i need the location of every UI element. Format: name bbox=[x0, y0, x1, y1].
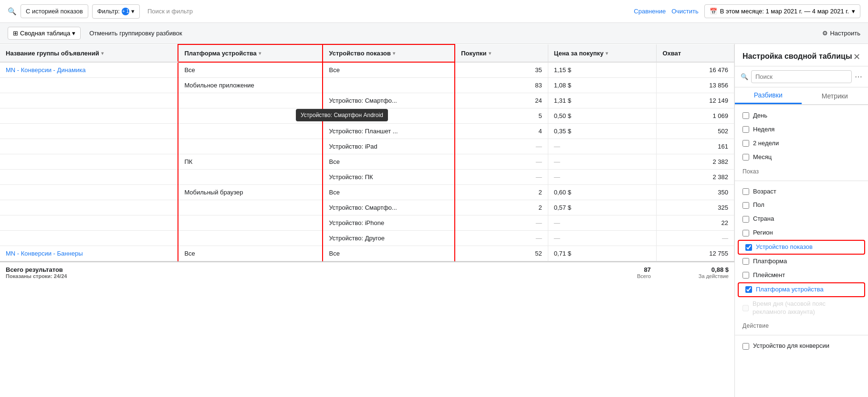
table-row: Устройство: Смартфо... 2 0,57 $ 325 bbox=[0, 200, 734, 215]
col-price[interactable]: Цена за покупку ▾ bbox=[548, 44, 657, 62]
cell-price: — bbox=[548, 170, 657, 185]
table-footer: Всего результатов Показаны строки: 24/24… bbox=[0, 261, 734, 283]
checkbox-age[interactable]: Возраст bbox=[735, 185, 868, 199]
cell-device: Все bbox=[323, 185, 455, 200]
cell-price: 0,35 $ bbox=[548, 124, 657, 139]
col-platform[interactable]: Платформа устройства ▾ bbox=[178, 44, 323, 62]
checkbox-placement-input[interactable] bbox=[743, 272, 749, 279]
configure-icon: ⚙ bbox=[822, 30, 828, 37]
cell-name bbox=[0, 93, 178, 108]
cell-platform: Все bbox=[178, 62, 323, 78]
tab-breakdowns[interactable]: Разбивки bbox=[735, 87, 802, 104]
checkbox-platform[interactable]: Платформа bbox=[735, 255, 868, 268]
cell-reach: 325 bbox=[657, 200, 734, 215]
compare-button[interactable]: Сравнение bbox=[634, 8, 666, 15]
panel-header: Настройка сводной таблицы ✕ bbox=[735, 44, 868, 66]
panel-search-input[interactable] bbox=[751, 70, 852, 83]
checkbox-region[interactable]: Регион bbox=[735, 226, 868, 240]
more-options-button[interactable]: ⋯ bbox=[855, 72, 862, 81]
col-reach[interactable]: Охват bbox=[657, 44, 734, 62]
cell-platform: ПК bbox=[178, 154, 323, 170]
checkbox-gender-input[interactable] bbox=[743, 202, 749, 209]
cell-name: MN - Конверсии - Динамика bbox=[0, 62, 178, 78]
checkbox-country[interactable]: Страна bbox=[735, 212, 868, 226]
checkbox-device-platform[interactable]: Платформа устройства bbox=[739, 283, 864, 296]
cell-device: Устройство: iPad bbox=[323, 139, 455, 154]
clear-button[interactable]: Очистить bbox=[671, 8, 699, 15]
cell-reach: 2 382 bbox=[657, 154, 734, 170]
cell-device: Устройство: iPhone bbox=[323, 215, 455, 231]
checkbox-month[interactable]: Месяц bbox=[735, 150, 868, 164]
filter-count: + 1 bbox=[122, 8, 129, 15]
cell-reach: — bbox=[657, 231, 734, 246]
checkbox-time-of-day[interactable]: Время дня (часовой пояс рекламного аккау… bbox=[735, 297, 868, 319]
chevron-down-icon: ▾ bbox=[131, 8, 135, 15]
footer-purchases: 87 Всего bbox=[637, 266, 651, 279]
checkbox-device-impressions[interactable]: Устройство показов bbox=[739, 241, 864, 254]
checkbox-week-input[interactable] bbox=[743, 126, 749, 133]
checkbox-age-input[interactable] bbox=[743, 188, 749, 195]
checkbox-week[interactable]: Неделя bbox=[735, 123, 868, 137]
sort-icon: ▾ bbox=[489, 51, 491, 56]
checkbox-placement[interactable]: Плейсмент bbox=[735, 268, 868, 282]
checkbox-region-input[interactable] bbox=[743, 230, 749, 236]
checkbox-device-impressions-input[interactable] bbox=[745, 244, 752, 251]
date-range-button[interactable]: 📅 В этом месяце: 1 мар 2021 г. — 4 мар 2… bbox=[704, 4, 860, 18]
chevron-down-icon: ▾ bbox=[852, 8, 855, 15]
checkbox-country-input[interactable] bbox=[743, 216, 749, 223]
col-purchases[interactable]: Покупки ▾ bbox=[455, 44, 548, 62]
checkbox-2weeks-input[interactable] bbox=[743, 140, 749, 147]
pivot-table-button[interactable]: ⊞ Сводная таблица ▾ bbox=[8, 27, 81, 40]
cell-device: Устройство: Планшет ... bbox=[323, 124, 455, 139]
checkbox-conversion-device[interactable]: Устройство для конверсии bbox=[735, 339, 868, 353]
cell-platform bbox=[178, 215, 323, 231]
sort-icon: ▾ bbox=[259, 51, 261, 56]
sub-toolbar: ⊞ Сводная таблица ▾ Отменить группировку… bbox=[0, 23, 868, 44]
cell-platform bbox=[178, 124, 323, 139]
cell-price: 0,57 $ bbox=[548, 200, 657, 215]
checkbox-device-platform-input[interactable] bbox=[745, 286, 752, 293]
date-range-label: В этом месяце: 1 мар 2021 г. — 4 мар 202… bbox=[720, 8, 849, 15]
checkbox-gender[interactable]: Пол bbox=[735, 198, 868, 212]
cancel-grouping-button[interactable]: Отменить группировку разбивок bbox=[84, 27, 187, 39]
panel-title: Настройка сводной таблицы bbox=[743, 52, 852, 62]
cell-purchases: — bbox=[455, 139, 548, 154]
configure-button[interactable]: ⚙ Настроить bbox=[822, 30, 860, 37]
col-device[interactable]: Устройство показов ▾ bbox=[323, 44, 455, 62]
history-button[interactable]: С историей показов bbox=[21, 4, 88, 18]
table-area[interactable]: Название группы объявлений ▾ Платформа у… bbox=[0, 44, 734, 397]
section-show-label: Показ bbox=[735, 164, 868, 177]
search-icon: 🔍 bbox=[741, 73, 748, 80]
cell-platform bbox=[178, 200, 323, 215]
cell-platform bbox=[178, 139, 323, 154]
cell-purchases: — bbox=[455, 231, 548, 246]
checkbox-device-impressions-label: Устройство показов bbox=[756, 243, 813, 251]
close-panel-button[interactable]: ✕ bbox=[853, 52, 860, 62]
col-name[interactable]: Название группы объявлений ▾ bbox=[0, 44, 178, 62]
sort-icon: ▾ bbox=[393, 51, 395, 56]
cell-price: 0,60 $ bbox=[548, 185, 657, 200]
sort-icon: ▾ bbox=[606, 51, 608, 56]
checkbox-country-label: Страна bbox=[753, 215, 774, 223]
section-divider bbox=[735, 181, 868, 181]
cell-platform bbox=[178, 93, 323, 108]
cell-purchases: 24 bbox=[455, 93, 548, 108]
cell-name bbox=[0, 124, 178, 139]
configure-label: Настроить bbox=[830, 30, 860, 37]
main-layout: Название группы объявлений ▾ Платформа у… bbox=[0, 44, 868, 397]
data-table: Название группы объявлений ▾ Платформа у… bbox=[0, 44, 734, 261]
filter-button[interactable]: Фильтр: + 1 ▾ bbox=[92, 4, 140, 19]
checkbox-conversion-device-input[interactable] bbox=[743, 343, 749, 350]
cell-purchases: 35 bbox=[455, 62, 548, 78]
checkbox-2weeks[interactable]: 2 недели bbox=[735, 137, 868, 150]
tab-metrics[interactable]: Метрики bbox=[802, 87, 868, 104]
footer-price: 0,88 $ За действие bbox=[699, 266, 729, 279]
checkbox-day[interactable]: День bbox=[735, 109, 868, 123]
search-filter-placeholder: Поиск и фильтр bbox=[144, 8, 630, 15]
checkbox-day-input[interactable] bbox=[743, 112, 749, 119]
table-row: Устройство: iPhone — — 22 bbox=[0, 215, 734, 231]
checkbox-month-input[interactable] bbox=[743, 154, 749, 161]
checkbox-gender-label: Пол bbox=[753, 201, 764, 209]
checkbox-platform-input[interactable] bbox=[743, 258, 749, 265]
cell-purchases: 4 bbox=[455, 124, 548, 139]
